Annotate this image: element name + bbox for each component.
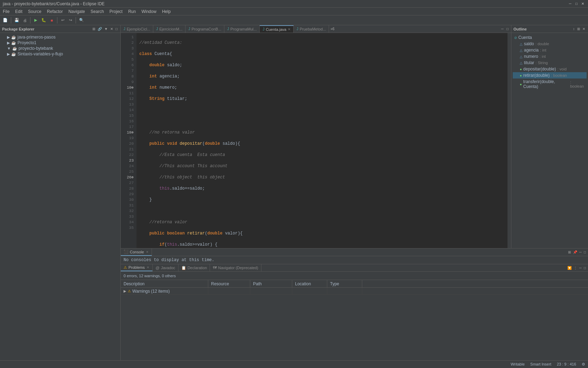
undo-button[interactable]: ↩ bbox=[59, 16, 66, 24]
menu-run[interactable]: Run bbox=[125, 8, 139, 15]
maximize-button[interactable]: □ bbox=[574, 1, 579, 6]
statusbar-insert-mode[interactable]: Smart Insert bbox=[530, 362, 551, 367]
java-file-icon-3: J bbox=[188, 27, 190, 31]
console-pin-icon[interactable]: 📌 bbox=[572, 250, 578, 254]
tab-overflow[interactable]: »6 bbox=[329, 25, 336, 33]
menu-source[interactable]: Source bbox=[25, 8, 44, 15]
statusbar-position[interactable]: 23 : 9 : 416 bbox=[557, 362, 576, 367]
code-line-13: //this object this object bbox=[139, 175, 505, 180]
tab-programmamul[interactable]: J ProgramaMul... bbox=[224, 25, 260, 33]
line-num-14: 14 bbox=[121, 107, 136, 113]
outline-filter-icon[interactable]: ⊞ bbox=[576, 27, 581, 31]
minimize-button[interactable]: ─ bbox=[568, 1, 573, 6]
navigator-tab-label: Navigator (Deprecated) bbox=[218, 266, 258, 270]
menu-file[interactable]: File bbox=[0, 8, 12, 15]
outline-field-numero[interactable]: △ numero : int bbox=[513, 53, 587, 60]
tree-item-label-4: Sintaxis-variables-y-flujo bbox=[18, 52, 63, 56]
redo-button[interactable]: ↪ bbox=[67, 16, 74, 24]
tab-cuenta-java[interactable]: J Cuenta.java ✕ bbox=[260, 25, 294, 33]
tree-item-bytebank[interactable]: ▼ ☕ proyecto-bytebank bbox=[0, 46, 120, 51]
line-num-3: 3 bbox=[121, 46, 136, 51]
method-icon-depositar: ● bbox=[520, 67, 522, 71]
menu-window[interactable]: Window bbox=[139, 8, 159, 15]
menu-search[interactable]: Search bbox=[88, 8, 107, 15]
declaration-tab[interactable]: 📋 Declaration bbox=[178, 264, 210, 271]
stop-button[interactable]: ■ bbox=[48, 16, 55, 24]
close-panel-icon[interactable]: ✕ bbox=[110, 27, 114, 31]
console-minimize-icon[interactable]: ─ bbox=[579, 250, 582, 254]
problems-col-location: Location bbox=[292, 280, 327, 287]
menu-help[interactable]: Help bbox=[159, 8, 174, 15]
menu-navigate[interactable]: Navigate bbox=[65, 8, 88, 15]
console-tab-label: Console bbox=[130, 250, 144, 254]
save-button[interactable]: 💾 bbox=[13, 16, 21, 24]
new-button[interactable]: 📄 bbox=[1, 16, 9, 24]
folder-expand-icon: ▶ bbox=[7, 35, 10, 40]
problems-minimize-icon[interactable]: ─ bbox=[579, 266, 582, 270]
console-tab-close[interactable]: ✕ bbox=[146, 250, 149, 254]
editor-area: J EjemploCicl... J EjercicionM... J Prog… bbox=[121, 25, 511, 248]
maximize-panel-icon[interactable]: □ bbox=[115, 27, 118, 31]
run-button[interactable]: ▶ bbox=[32, 16, 39, 24]
tab-minimize-btn[interactable]: ─ bbox=[500, 27, 505, 31]
tab-ejemlocicl[interactable]: J EjemploCicl... bbox=[121, 25, 153, 33]
outline-panel: Outline ↕ ⊞ ✕ ⊘ Cuenta △ saldo bbox=[511, 25, 588, 248]
outline-field-titular[interactable]: △ titular : String bbox=[513, 60, 587, 66]
problems-row-warnings[interactable]: ▶ ⚠ Warnings (12 items) bbox=[121, 288, 588, 295]
statusbar-gear-icon[interactable]: ⚙ bbox=[582, 362, 585, 367]
outline-field-saldo[interactable]: △ saldo : double bbox=[513, 41, 587, 47]
search-button[interactable]: 🔍 bbox=[78, 16, 85, 24]
problems-row-desc: ▶ ⚠ Warnings (12 items) bbox=[121, 288, 208, 294]
package-explorer-header: Package Explorer ⊞ 🔗 ▼ ✕ □ bbox=[0, 25, 120, 33]
close-button[interactable]: ✕ bbox=[580, 1, 585, 6]
problems-filter-icon[interactable]: 🔽 bbox=[567, 266, 572, 270]
outline-sort-icon[interactable]: ↕ bbox=[572, 27, 575, 31]
console-open-console-icon[interactable]: ⊞ bbox=[567, 250, 572, 254]
menu-project[interactable]: Project bbox=[107, 8, 125, 15]
outline-field-agencia-label: agencia bbox=[524, 48, 539, 53]
outline-field-saldo-type: : double bbox=[536, 42, 549, 46]
print-button[interactable]: 🖨 bbox=[21, 16, 28, 24]
outline-method-retirar[interactable]: ● retirar(double) : boolean bbox=[513, 72, 587, 79]
collapse-all-icon[interactable]: ⊞ bbox=[92, 27, 96, 31]
view-menu-icon[interactable]: ▼ bbox=[104, 27, 108, 31]
outline-field-titular-type: : String bbox=[536, 61, 548, 65]
console-maximize-icon[interactable]: □ bbox=[583, 250, 587, 254]
problems-maximize-icon[interactable]: □ bbox=[583, 266, 587, 270]
console-tab[interactable]: ⬛ Console ✕ bbox=[121, 248, 152, 256]
tree-item-sintaxis[interactable]: ▶ ☕ Sintaxis-variables-y-flujo bbox=[0, 51, 120, 57]
code-content[interactable]: //entidad Cuenta: class Cuenta{ double s… bbox=[136, 33, 507, 248]
tab-pruebametod[interactable]: J PruebaMetod... bbox=[294, 25, 329, 33]
field-icon-numero: △ bbox=[520, 55, 523, 59]
outline-class[interactable]: ⊘ Cuenta bbox=[513, 34, 587, 41]
problems-tab-close[interactable]: ✕ bbox=[147, 266, 149, 269]
line-num-1: 1 bbox=[121, 34, 136, 40]
field-icon-agencia: △ bbox=[520, 48, 523, 52]
titlebar-controls: ─ □ ✕ bbox=[568, 1, 585, 6]
debug-button[interactable]: 🐛 bbox=[40, 16, 48, 24]
outline-field-agencia[interactable]: △ agencia : int bbox=[513, 47, 587, 53]
tree-item-java-primeros-pasos[interactable]: ▶ ☕ java-primeros-pasos bbox=[0, 34, 120, 40]
problems-options-icon[interactable]: ⋮ bbox=[573, 266, 578, 270]
tab-ejercicionm[interactable]: J EjercicionM... bbox=[153, 25, 186, 33]
tab-close-5[interactable]: ✕ bbox=[288, 27, 290, 31]
outline-method-depositar[interactable]: ● depositar(double) : void bbox=[513, 66, 587, 72]
line-num-35: 35 bbox=[121, 225, 136, 231]
outline-close-icon[interactable]: ✕ bbox=[582, 27, 586, 31]
menu-refactor[interactable]: Refactor bbox=[44, 8, 65, 15]
warnings-expand-icon[interactable]: ▶ bbox=[124, 289, 126, 293]
navigator-tab[interactable]: 🗺 Navigator (Deprecated) bbox=[210, 264, 261, 271]
tab-label-5: Cuenta.java bbox=[266, 27, 286, 32]
code-line-16 bbox=[139, 208, 505, 214]
javadoc-tab[interactable]: @ Javadoc bbox=[153, 264, 178, 271]
link-icon[interactable]: 🔗 bbox=[97, 27, 103, 31]
problems-col-type: Type bbox=[327, 280, 362, 287]
problems-tab[interactable]: ⚠ Problems ✕ bbox=[121, 264, 153, 271]
code-line-18: public boolean retirar(double valor){ bbox=[139, 231, 505, 236]
tab-maximize-btn[interactable]: □ bbox=[505, 27, 510, 31]
tab-programaconb[interactable]: J ProgramaConB... bbox=[186, 25, 224, 33]
statusbar-writable[interactable]: Writable bbox=[511, 362, 525, 367]
tree-item-proyecto1[interactable]: ▶ ☕ Proyecto1 bbox=[0, 40, 120, 46]
outline-method-transferir[interactable]: ● transferir(double, Cuenta) : boolean bbox=[513, 79, 587, 90]
menu-edit[interactable]: Edit bbox=[12, 8, 25, 15]
